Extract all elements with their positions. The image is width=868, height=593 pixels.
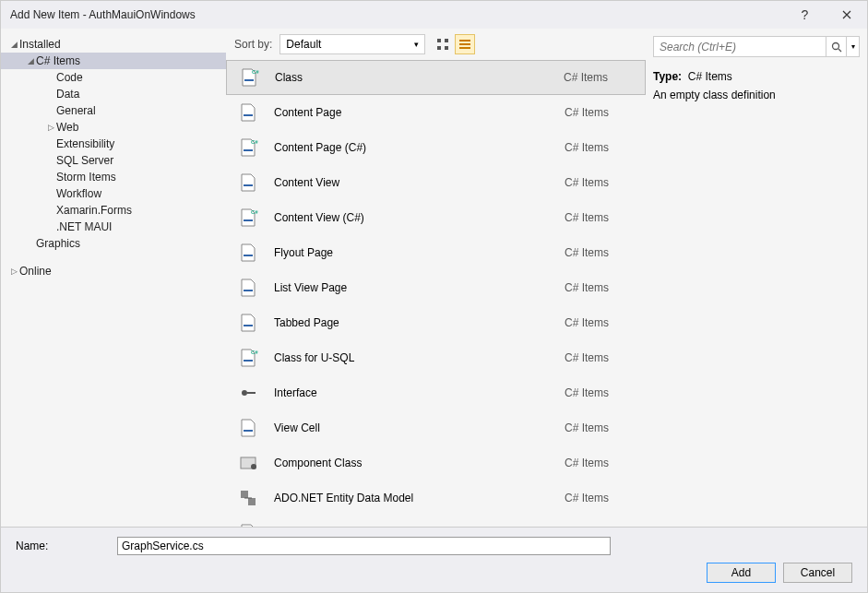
file-icon: C# [234,65,264,89]
template-item[interactable]: Content ViewC# Items [226,165,646,200]
close-button[interactable] [826,1,867,29]
tree-child-item[interactable]: Code [1,69,226,86]
template-item[interactable]: List View PageC# Items [226,270,646,305]
chevron-down-icon: ◢ [25,55,36,66]
cancel-button[interactable]: Cancel [783,563,852,583]
spacer [25,238,36,249]
file-icon [233,171,263,195]
template-category: C# Items [565,457,638,469]
sortby-label: Sort by: [234,38,272,51]
chevron-right-icon: ▷ [45,122,56,133]
tree-label: Installed [19,38,61,51]
svg-rect-8 [244,79,254,81]
template-name: Tabbed Page [263,316,565,329]
chevron-right-icon [45,72,56,83]
file-icon: C# [233,136,263,160]
template-category: C# Items [565,421,638,434]
template-item[interactable]: Application Configuration FileC# Items [226,516,646,527]
template-name: Content Page (C#) [263,141,565,154]
tree-child-item[interactable]: .NET MAUI [1,219,226,235]
file-icon [233,486,263,510]
svg-rect-12 [244,184,253,186]
template-item[interactable]: C#Content View (C#)C# Items [226,200,646,235]
sortby-value: Default [286,38,321,51]
template-name: Class [264,71,564,84]
tree-label: Data [56,88,79,101]
search-box[interactable]: ▾ [653,36,860,57]
tree-child-item[interactable]: Xamarin.Forms [1,202,226,219]
svg-text:C#: C# [251,139,258,145]
svg-rect-15 [244,255,253,256]
template-category: C# Items [565,211,638,224]
chevron-right-icon [45,221,56,232]
help-button[interactable]: ? [784,1,826,29]
search-dropdown[interactable]: ▾ [846,37,859,56]
svg-rect-0 [437,39,441,42]
template-name: Content View [263,176,565,189]
tree-child-item[interactable]: Storm Items [1,169,226,185]
template-item[interactable]: C#Class for U-SQLC# Items [226,340,646,375]
tree-label: Code [56,71,83,84]
template-category: C# Items [565,246,638,259]
tree-installed[interactable]: ◢ Installed [1,36,226,53]
svg-text:C#: C# [251,350,258,355]
titlebar: Add New Item - AuthMauiOnWindows ? [1,1,867,29]
tree-csharp-items[interactable]: ◢ C# Items [1,53,226,69]
tree-label: Extensibility [56,137,114,150]
template-list[interactable]: C#ClassC# ItemsContent PageC# ItemsC#Con… [226,60,646,527]
template-item[interactable]: C#Content Page (C#)C# Items [226,130,646,165]
name-input[interactable] [117,537,611,555]
template-item[interactable]: InterfaceC# Items [226,375,646,410]
template-category: C# Items [565,281,638,294]
tree-child-item[interactable]: Workflow [1,185,226,202]
svg-text:C#: C# [252,69,259,75]
svg-line-30 [838,49,841,52]
template-name: Content Page [263,106,565,119]
tree-online[interactable]: ▷ Online [1,263,226,279]
tree-label: Online [19,265,52,278]
template-pane: Sort by: Default ▾ C#ClassC# ItemsConten… [226,29,646,527]
tree-child-item[interactable]: Extensibility [1,136,226,152]
svg-rect-9 [244,114,253,116]
template-category: C# Items [564,71,637,84]
template-category: C# Items [565,386,638,399]
template-item[interactable]: C#ClassC# Items [226,60,646,95]
template-name: Class for U-SQL [263,351,565,364]
grid-view-button[interactable] [433,34,453,54]
svg-rect-2 [437,46,441,50]
svg-rect-1 [445,39,448,42]
center-toolbar: Sort by: Default ▾ [226,29,646,60]
template-item[interactable]: View CellC# Items [226,410,646,445]
chevron-right-icon [45,155,56,166]
tree-graphics[interactable]: Graphics [1,235,226,252]
template-item[interactable]: ADO.NET Entity Data ModelC# Items [226,480,646,516]
tree-child-item[interactable]: Data [1,86,226,102]
template-name: Flyout Page [263,246,565,259]
tree-child-item[interactable]: General [1,102,226,119]
category-tree[interactable]: ◢ Installed ◢ C# Items CodeDataGeneral▷W… [1,29,226,527]
chevron-right-icon [45,172,56,183]
file-icon [233,101,263,125]
list-view-button[interactable] [455,34,475,54]
tree-child-item[interactable]: SQL Server [1,152,226,169]
tree-label: .NET MAUI [56,220,112,233]
svg-rect-25 [241,491,248,498]
view-toggle [433,34,475,54]
svg-point-20 [242,390,247,396]
template-item[interactable]: Flyout PageC# Items [226,235,646,270]
search-icon[interactable] [826,37,846,56]
template-category: C# Items [565,106,638,119]
template-category: C# Items [565,316,638,329]
file-icon: C# [233,206,263,230]
template-name: View Cell [263,421,565,434]
tree-label: Web [56,121,78,134]
search-input[interactable] [654,37,826,56]
add-button[interactable]: Add [707,563,776,583]
tree-child-item[interactable]: ▷Web [1,119,226,136]
tree-label: Workflow [56,187,101,200]
file-icon [233,451,263,475]
sortby-dropdown[interactable]: Default ▾ [279,34,425,54]
template-item[interactable]: Component ClassC# Items [226,445,646,480]
template-item[interactable]: Tabbed PageC# Items [226,305,646,340]
template-item[interactable]: Content PageC# Items [226,95,646,130]
